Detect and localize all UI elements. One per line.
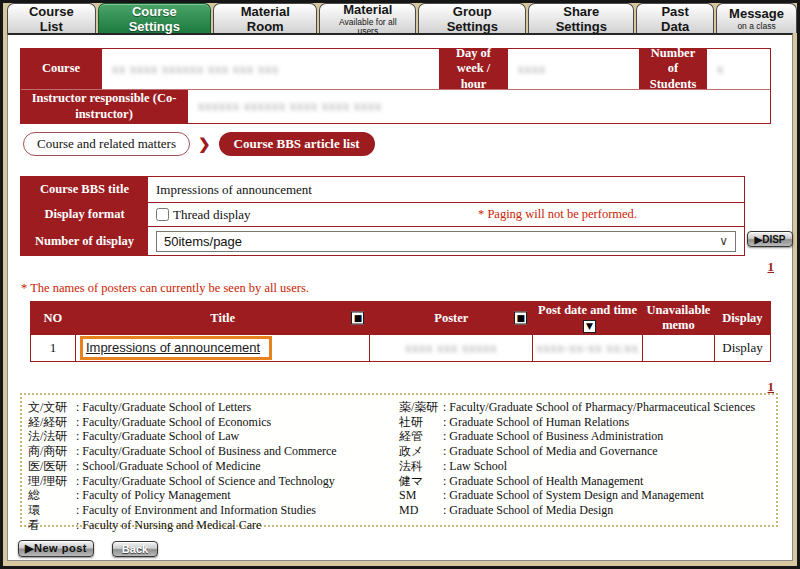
legend-desc: : Graduate School of Media and Governanc… <box>443 444 658 459</box>
paging-note: * Paging will not be performed. <box>478 207 637 222</box>
legend-abbr: 理/理研 <box>28 474 76 489</box>
course-label: Course <box>21 49 101 89</box>
day-of-week-label: Day of week / hour <box>439 49 507 89</box>
square-glyph: ■ <box>354 314 363 323</box>
legend-abbr: MD <box>399 503 443 518</box>
bbs-title-label: Course BBS title <box>21 177 148 202</box>
posts-table-header-row: NO Title ■ Poster ■ Post date and time▼ … <box>31 302 771 335</box>
posts-table: NO Title ■ Poster ■ Post date and time▼ … <box>30 301 771 362</box>
date-sort-desc-icon[interactable]: ▼ <box>583 320 596 333</box>
number-of-display-label: Number of display <box>21 227 148 255</box>
legend-right-column: 薬/薬研: Faculty/Graduate School of Pharmac… <box>399 400 770 520</box>
tab-label: Course List <box>20 4 83 34</box>
legend-item: MD: Graduate School of Media Design <box>399 503 770 518</box>
legend-abbr: 環 <box>28 503 76 518</box>
page-number-link-top[interactable]: 1 <box>768 259 775 275</box>
legend-desc: : Graduate School of Health Management <box>443 474 643 489</box>
col-header-label: NO <box>44 311 63 325</box>
legend-item: 薬/薬研: Faculty/Graduate School of Pharmac… <box>399 400 770 415</box>
legend-item: 社研: Graduate School of Human Relations <box>399 415 770 430</box>
course-info-table: Course xx xxxx xxxxxx xxx xxx xxx Day of… <box>20 48 771 124</box>
legend-desc: : School/Graduate School of Medicine <box>76 459 261 474</box>
redacted-text: xx xxxx xxxxxx xxx xxx xxx <box>112 62 279 77</box>
post-row: 1 Impressions of announcement xxxx xxx x… <box>31 335 771 362</box>
legend-abbr: SM <box>399 488 443 503</box>
col-header-poster: Poster ■ <box>370 302 533 335</box>
instructor-label: Instructor responsible (Co-instructor) <box>21 90 187 123</box>
disp-button[interactable]: ▶DISP <box>747 231 793 247</box>
post-poster-cell: xxxx xxx xxxxx <box>370 335 533 362</box>
legend-abbr: 薬/薬研 <box>399 400 443 415</box>
legend-abbr: 社研 <box>399 415 443 430</box>
legend-desc: : Faculty/Graduate School of Letters <box>76 400 251 415</box>
triangle-down-glyph: ▼ <box>586 322 593 331</box>
tab-label: Message <box>729 6 784 21</box>
legend-item: 経/経研: Faculty/Graduate School of Economi… <box>28 415 399 430</box>
back-button[interactable]: Back <box>112 541 158 557</box>
students-label: Number of Students <box>639 49 706 89</box>
square-glyph: ■ <box>516 314 525 323</box>
tab-label: Material <box>343 2 392 17</box>
breadcrumb: Course and related matters ❯ Course BBS … <box>23 132 375 156</box>
items-per-page-select[interactable]: 50items/page ∨ <box>156 231 736 252</box>
col-header-label: Unavailable memo <box>647 303 711 332</box>
chevron-right-icon: ❯ <box>198 135 211 153</box>
tab-bar: Course List Course Settings Material Roo… <box>7 3 797 33</box>
legend-item: 環: Faculty of Environment and Informatio… <box>28 503 399 518</box>
redacted-text: xxxx-xx-xx xx:xx <box>536 341 638 355</box>
tab-material-room[interactable]: Material Room <box>213 3 317 33</box>
tab-label: Group Settings <box>431 4 513 34</box>
tab-message[interactable]: Message on a class <box>716 3 797 33</box>
legend-item: 看: Faculty of Nursing and Medical Care <box>28 518 399 533</box>
legend-abbr: 法/法研 <box>28 429 76 444</box>
content-panel: Course xx xxxx xxxxxx xxx xxx xxx Day of… <box>7 33 793 561</box>
breadcrumb-current-bbs-article-list: Course BBS article list <box>219 132 375 156</box>
thread-display-checkbox-label: Thread display <box>173 207 251 223</box>
breadcrumb-course-related-matters[interactable]: Course and related matters <box>23 132 190 156</box>
col-header-label: Display <box>722 311 762 325</box>
tab-course-settings[interactable]: Course Settings <box>98 3 211 33</box>
post-date-cell: xxxx-xx-xx xx:xx <box>533 335 643 362</box>
col-header-label: Title <box>210 311 235 325</box>
title-sort-square-icon[interactable]: ■ <box>351 312 364 325</box>
post-title-link[interactable]: Impressions of announcement <box>86 340 260 355</box>
thread-display-checkbox[interactable] <box>156 208 169 221</box>
tab-share-settings[interactable]: Share Settings <box>528 3 634 33</box>
col-header-title: Title ■ <box>75 302 370 335</box>
new-post-button[interactable]: ▶New post <box>18 540 94 557</box>
post-no-cell: 1 <box>31 335 76 362</box>
legend-desc: : Faculty/Graduate School of Law <box>76 429 239 444</box>
legend-item: 経管: Graduate School of Business Administ… <box>399 429 770 444</box>
redacted-text: xxxx <box>518 62 546 77</box>
legend-desc: : Faculty/Graduate School of Science and… <box>76 474 335 489</box>
tab-course-list[interactable]: Course List <box>7 3 96 33</box>
legend-desc: : Faculty/Graduate School of Business an… <box>76 444 337 459</box>
tab-material[interactable]: Material Available for all users <box>319 3 416 33</box>
legend-desc: : Faculty/Graduate School of Pharmacy/Ph… <box>443 400 755 415</box>
redacted-text: x <box>717 62 724 77</box>
redacted-text: xxxxxx xxxxxx xxxx xxxx xxxx <box>198 99 382 114</box>
redacted-text: xxxx xxx xxxxx <box>405 341 497 355</box>
tab-sublabel: Available for all users <box>332 18 403 35</box>
col-header-post-date: Post date and time▼ <box>533 302 643 335</box>
legend-item: 健マ: Graduate School of Health Management <box>399 474 770 489</box>
poster-sort-square-icon[interactable]: ■ <box>514 312 527 325</box>
tab-past-data[interactable]: Past Data <box>636 3 714 33</box>
tab-group-settings[interactable]: Group Settings <box>418 3 526 33</box>
tab-label: Share Settings <box>541 4 621 34</box>
legend-desc: : Graduate School of Media Design <box>443 503 613 518</box>
tab-sublabel: on a class <box>737 22 775 31</box>
tab-label: Course Settings <box>111 4 198 34</box>
legend-abbr: 商/商研 <box>28 444 76 459</box>
legend-item: 政メ: Graduate School of Media and Governa… <box>399 444 770 459</box>
legend-desc: : Faculty of Environment and Information… <box>76 503 316 518</box>
day-of-week-value-redacted: xxxx <box>507 49 639 89</box>
legend-desc: : Faculty of Nursing and Medical Care <box>76 518 261 533</box>
legend-abbr: 法科 <box>399 459 443 474</box>
legend-desc: : Faculty of Policy Management <box>76 488 231 503</box>
annotation-highlight-box: Impressions of announcement <box>80 336 272 360</box>
legend-left-column: 文/文研: Faculty/Graduate School of Letters… <box>28 400 399 520</box>
items-per-page-selected-value: 50items/page <box>164 234 242 249</box>
display-format-label: Display format <box>21 203 148 226</box>
post-title-cell: Impressions of announcement <box>75 335 370 362</box>
